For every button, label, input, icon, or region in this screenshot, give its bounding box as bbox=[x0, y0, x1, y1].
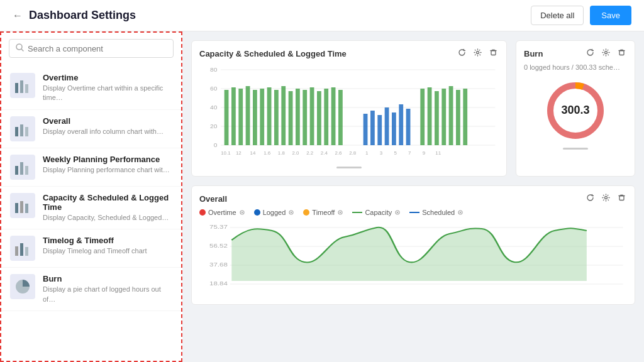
sidebar-item-icon bbox=[10, 193, 35, 218]
svg-text:7: 7 bbox=[408, 150, 411, 155]
svg-rect-13 bbox=[25, 204, 28, 213]
svg-text:20: 20 bbox=[210, 123, 217, 129]
svg-text:10.1: 10.1 bbox=[221, 150, 230, 155]
sidebar-item-icon bbox=[10, 274, 35, 299]
svg-text:2.2: 2.2 bbox=[306, 150, 313, 155]
eye-icon[interactable] bbox=[337, 209, 343, 216]
legend-dot bbox=[303, 209, 309, 216]
capacity-delete-button[interactable] bbox=[488, 48, 499, 58]
header: ← Dashboard Settings Delete all Save bbox=[0, 0, 644, 31]
burn-settings-button[interactable] bbox=[601, 48, 611, 58]
burn-scroll-indicator[interactable] bbox=[524, 148, 627, 150]
svg-rect-11 bbox=[15, 203, 18, 213]
sidebar-item-desc: Display Capacity, Scheduled & Logged… bbox=[43, 213, 172, 222]
svg-rect-35 bbox=[267, 87, 272, 145]
svg-rect-9 bbox=[20, 162, 23, 175]
component-sidebar: Overtime Display Overtime chart within a… bbox=[0, 31, 182, 362]
svg-rect-8 bbox=[15, 166, 18, 175]
sidebar-item[interactable]: Burn Display a pie chart of logged hours… bbox=[1, 268, 181, 311]
sidebar-item[interactable]: Overtime Display Overtime chart within a… bbox=[1, 67, 181, 110]
eye-icon[interactable] bbox=[288, 209, 294, 216]
overall-settings-button[interactable] bbox=[601, 194, 611, 204]
svg-rect-31 bbox=[238, 89, 243, 145]
save-button[interactable]: Save bbox=[590, 6, 631, 25]
overall-delete-button[interactable] bbox=[616, 194, 627, 204]
sidebar-item[interactable]: Timelog & Timeoff Display Timelog and Ti… bbox=[1, 229, 181, 268]
sidebar-item[interactable]: Capacity & Scheduled & Logged Time Displ… bbox=[1, 187, 181, 229]
capacity-chart-actions bbox=[457, 48, 499, 58]
svg-rect-2 bbox=[15, 83, 18, 93]
sidebar-item-title: Burn bbox=[43, 274, 172, 283]
svg-rect-15 bbox=[20, 243, 23, 256]
delete-all-button[interactable]: Delete all bbox=[531, 6, 584, 25]
legend-line bbox=[409, 212, 419, 213]
overall-chart-actions bbox=[585, 194, 627, 204]
svg-rect-18 bbox=[491, 51, 496, 55]
svg-text:1: 1 bbox=[365, 150, 368, 155]
svg-text:2.4: 2.4 bbox=[321, 150, 328, 155]
svg-rect-58 bbox=[456, 90, 460, 145]
sidebar-item-icon bbox=[10, 155, 35, 180]
sidebar-item-text: Burn Display a pie chart of logged hours… bbox=[43, 274, 172, 304]
svg-rect-82 bbox=[619, 196, 624, 200]
svg-text:56.52: 56.52 bbox=[209, 243, 228, 249]
overall-refresh-button[interactable] bbox=[585, 194, 596, 204]
eye-icon[interactable] bbox=[457, 209, 464, 216]
header-left: ← Dashboard Settings bbox=[13, 9, 136, 22]
legend-item: Scheduled bbox=[409, 209, 464, 216]
svg-rect-59 bbox=[463, 89, 467, 145]
sidebar-item-desc: Display Overtime chart within a specific… bbox=[43, 84, 172, 103]
svg-rect-12 bbox=[20, 201, 23, 213]
burn-refresh-button[interactable] bbox=[585, 48, 596, 58]
svg-rect-55 bbox=[435, 91, 439, 145]
svg-point-84 bbox=[241, 212, 242, 213]
sidebar-item-title: Overtime bbox=[43, 73, 172, 82]
svg-rect-33 bbox=[253, 90, 257, 145]
svg-rect-48 bbox=[377, 115, 382, 145]
svg-rect-44 bbox=[331, 87, 336, 145]
svg-rect-53 bbox=[420, 89, 425, 145]
overall-chart-title: Overall bbox=[199, 194, 227, 204]
capacity-refresh-button[interactable] bbox=[457, 48, 467, 58]
svg-rect-6 bbox=[20, 124, 23, 136]
legend-label: Capacity bbox=[365, 209, 392, 216]
burn-chart-actions bbox=[585, 48, 627, 58]
page-title: Dashboard Settings bbox=[29, 9, 136, 22]
svg-point-76 bbox=[605, 52, 608, 54]
svg-rect-38 bbox=[289, 91, 293, 145]
svg-text:5: 5 bbox=[394, 150, 396, 155]
sidebar-item[interactable]: Overall Display overall info column char… bbox=[1, 110, 181, 148]
content-area: Capacity & Scheduled & Logged Time bbox=[182, 31, 644, 362]
overall-line-chart: 75.37 56.52 37.68 18.84 bbox=[199, 221, 627, 297]
svg-point-81 bbox=[605, 197, 608, 199]
svg-rect-77 bbox=[619, 51, 624, 55]
svg-point-17 bbox=[477, 52, 479, 54]
svg-text:40: 40 bbox=[210, 104, 217, 111]
svg-text:2.0: 2.0 bbox=[292, 150, 299, 155]
capacity-scroll-indicator[interactable] bbox=[199, 167, 499, 168]
svg-rect-43 bbox=[324, 89, 328, 145]
svg-rect-42 bbox=[317, 91, 321, 145]
sidebar-item[interactable]: Weekly Planning Performance Display Plan… bbox=[1, 148, 181, 187]
back-button[interactable]: ← bbox=[13, 10, 23, 21]
svg-text:1.6: 1.6 bbox=[264, 150, 270, 155]
sidebar-item-desc: Display overall info column chart with… bbox=[43, 127, 172, 136]
svg-text:0: 0 bbox=[214, 142, 218, 148]
svg-rect-14 bbox=[15, 246, 18, 256]
sidebar-item-title: Capacity & Scheduled & Logged Time bbox=[43, 193, 172, 212]
capacity-settings-button[interactable] bbox=[472, 48, 483, 58]
sidebar-item-desc: Display a pie chart of logged hours out … bbox=[43, 285, 172, 304]
svg-rect-51 bbox=[399, 104, 403, 145]
search-box[interactable] bbox=[9, 39, 174, 58]
eye-icon[interactable] bbox=[394, 209, 401, 216]
sidebar-item-desc: Display Timelog and Timeoff chart bbox=[43, 246, 172, 256]
svg-rect-41 bbox=[310, 87, 314, 145]
svg-text:37.68: 37.68 bbox=[209, 261, 228, 268]
burn-delete-button[interactable] bbox=[616, 48, 627, 58]
svg-point-90 bbox=[397, 212, 398, 213]
legend-label: Overtime bbox=[208, 209, 236, 216]
svg-rect-5 bbox=[15, 127, 18, 136]
svg-rect-37 bbox=[281, 86, 286, 145]
eye-icon[interactable] bbox=[239, 209, 245, 216]
search-input[interactable] bbox=[28, 44, 167, 53]
